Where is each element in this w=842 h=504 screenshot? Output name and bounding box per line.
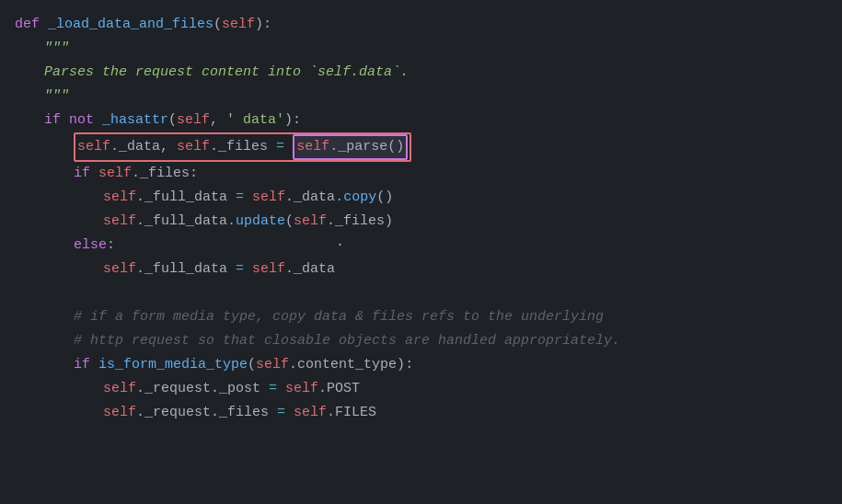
code-line-1: def _load_data_and_files(self): — [0, 13, 842, 37]
code-line-2: """ — [0, 37, 842, 61]
code-line-8: self._full_data = self._data.copy() — [0, 186, 842, 210]
highlight-assignment: self._data, self._files = self._parse() — [74, 132, 411, 162]
code-line-12 — [0, 281, 842, 305]
docstring-close: """ — [44, 86, 69, 108]
keyword-if: if not — [44, 109, 102, 132]
code-line-10: else: · — [0, 234, 842, 258]
keyword-def: def — [15, 14, 48, 36]
code-line-17: self._request._files = self.FILES — [0, 401, 842, 425]
string-data: ' data' — [226, 109, 284, 132]
comment-1: # if a form media type, copy data & file… — [74, 306, 604, 328]
highlight-parse-call: self._parse() — [293, 134, 408, 160]
code-line-6: self._data, self._files = self._parse() — [0, 132, 842, 162]
colon: : — [263, 14, 271, 36]
code-line-3: Parses the request content into `self.da… — [0, 61, 842, 85]
hasattr-fn: _hasattr — [102, 109, 168, 132]
self-param: self — [222, 14, 255, 36]
code-line-5: if not _hasattr(self, ' data'): — [0, 109, 842, 132]
code-line-15: if is_form_media_type(self.content_type)… — [0, 353, 842, 377]
comment-2: # http request so that closable objects … — [74, 330, 620, 352]
code-line-4: """ — [0, 85, 842, 109]
paren-close: ) — [255, 14, 263, 36]
paren: ( — [213, 14, 222, 36]
code-line-13: # if a form media type, copy data & file… — [0, 305, 842, 329]
code-line-11: self._full_data = self._data — [0, 258, 842, 281]
code-line-7: if self._files: — [0, 162, 842, 186]
code-editor: def _load_data_and_files(self): """ Pars… — [0, 0, 842, 504]
docstring-open: """ — [44, 38, 69, 60]
code-line-14: # http request so that closable objects … — [0, 329, 842, 353]
function-name: _load_data_and_files — [48, 14, 213, 36]
code-line-16: self._request._post = self.POST — [0, 377, 842, 401]
is-form-media-type-fn: is_form_media_type — [98, 354, 248, 376]
docstring-content: Parses the request content into `self.da… — [44, 62, 409, 84]
dot-decoration: · — [336, 235, 344, 257]
code-line-9: self._full_data.update(self._files) — [0, 210, 842, 234]
